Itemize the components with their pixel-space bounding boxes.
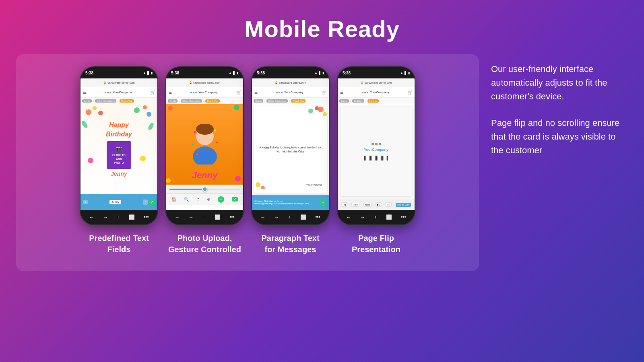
- phone-bottom-bar-3: ← → + ⬜ •••: [252, 210, 329, 224]
- photo-upload-area: Birthday: [166, 104, 243, 185]
- forward-icon-4[interactable]: →: [360, 214, 365, 220]
- menu-icon-1[interactable]: •••: [144, 214, 149, 220]
- plus-icon-1[interactable]: +: [117, 214, 120, 220]
- svg-point-2: [98, 111, 103, 115]
- photo-btn-text: CLICK TOADDPHOTO: [112, 154, 126, 165]
- app-logo-2: YourCompany: [190, 91, 217, 94]
- page-flip-display: YourCompany: [340, 107, 412, 196]
- person-photo: Jenny: [166, 104, 243, 185]
- svg-point-15: [192, 144, 194, 145]
- phone-frame-3: 5:38 ▲ ▋ ▮ 🔒 cardzware-demo.com ☰: [251, 66, 330, 225]
- breadcrumb-bar-3: Cards › Other Occasions › Thank You: [252, 98, 329, 104]
- back-icon-1[interactable]: ←: [89, 214, 94, 220]
- page-title: Mobile Ready: [244, 15, 400, 42]
- app-bar-1: ☰ YourCompany 🛒: [80, 87, 157, 98]
- url-4: 🔒 cardzware-demo.com: [360, 81, 392, 84]
- back-icon-4[interactable]: ←: [346, 214, 351, 220]
- back-icon-2[interactable]: ←: [175, 214, 180, 220]
- rotate-tool-icon[interactable]: ↺: [196, 197, 200, 202]
- breadcrumb-cards-4: Cards: [339, 99, 349, 103]
- signal-icon-2: ▋: [233, 71, 235, 75]
- phone-frame-2: 5:38 ▲ ▋ ▮ 🔒 cardzware-demo.com ☰: [165, 66, 244, 225]
- logo-dot-12: [367, 92, 368, 93]
- breadcrumb-thankyou-2: Thank You: [205, 99, 220, 103]
- floral-svg-3: [303, 106, 327, 126]
- phone-label-4: Page FlipPresentation: [352, 232, 400, 255]
- main-content: 5:38 ▲ ▋ ▮ 🔒 cardzware-demo.com: [0, 54, 644, 271]
- phone-col-1: 5:38 ▲ ▋ ▮ 🔒 cardzware-demo.com: [80, 66, 158, 255]
- logo-dot-5: [193, 92, 194, 93]
- menu-icon-2[interactable]: •••: [229, 214, 235, 220]
- logo-text-4: YourCompany: [370, 91, 389, 94]
- flip-cart-icon[interactable]: 🛒: [386, 202, 392, 207]
- tab-icon-3[interactable]: ⬜: [300, 214, 306, 220]
- tab-icon-2[interactable]: ⬜: [215, 214, 221, 220]
- slider-track[interactable]: [169, 189, 240, 190]
- name-input-1[interactable]: Jenny: [109, 200, 121, 204]
- svg-point-7: [147, 122, 155, 131]
- phone-col-4: 5:38 ▲ ▋ ▮ 🔒 cardzware-demo.com ☰: [337, 66, 415, 255]
- edit-preview-3: A Happy Birthday to Jenny,have a great d…: [254, 200, 318, 205]
- phone-status-bar-3: 5:38 ▲ ▋ ▮: [252, 67, 329, 78]
- flip-prev-icon[interactable]: |◀: [341, 202, 347, 207]
- forward-icon-2[interactable]: →: [189, 214, 194, 220]
- logo-dot-4: [190, 92, 192, 93]
- logo-dot-10: [362, 92, 363, 93]
- battery-icon-4: ▮: [408, 71, 410, 75]
- page-flip-nav: |◀ Prev Next ▶| 🛒 Add to Cart: [338, 199, 415, 210]
- phone-status-bar-2: 5:38 ▲ ▋ ▮: [166, 67, 243, 78]
- phone-label-1: Predefined Text Fields: [81, 232, 157, 255]
- signal-icon-1: ▋: [147, 71, 150, 75]
- flip-next-icon[interactable]: ▶|: [376, 202, 382, 207]
- phone-status-bar-4: 5:38 ▲ ▋ ▮: [338, 67, 415, 78]
- tab-icon-1[interactable]: ⬜: [129, 214, 135, 220]
- plus-icon-4[interactable]: +: [374, 214, 377, 220]
- breadcrumb-cards-3: Cards: [254, 99, 263, 103]
- flip-dot-1: [372, 143, 374, 145]
- phone-bottom-bar-2: ← → + ⬜ •••: [166, 210, 243, 224]
- back-icon-3[interactable]: ←: [260, 214, 265, 220]
- phone-screen-3: 🔒 cardzware-demo.com ☰ YourCompany: [252, 78, 329, 210]
- card-paper-3: A Happy Birthday to Jenny, have a great …: [254, 106, 327, 193]
- svg-point-9: [140, 156, 146, 161]
- svg-point-5: [147, 112, 151, 117]
- breadcrumb-cards-1: Cards: [82, 99, 92, 103]
- svg-point-13: [194, 131, 196, 134]
- flip-add-cart-btn[interactable]: Add to Cart: [396, 203, 411, 207]
- hb-text-line2: Birthday: [106, 130, 132, 138]
- svg-point-25: [308, 109, 313, 113]
- prev-btn-1[interactable]: ‹: [83, 200, 88, 204]
- plus-icon-3[interactable]: +: [288, 214, 291, 220]
- slider-thumb[interactable]: [202, 187, 207, 192]
- upload-tool-icon[interactable]: +: [218, 196, 224, 203]
- sidebar-text: Our user-friendly interface automaticall…: [491, 54, 628, 171]
- forward-icon-3[interactable]: →: [275, 214, 279, 220]
- confirm-btn-3[interactable]: ✓: [320, 200, 326, 205]
- flip-next-btn[interactable]: Next: [363, 203, 372, 207]
- confirm-btn-1[interactable]: ✓: [149, 200, 155, 205]
- menu-icon-4[interactable]: •••: [401, 214, 406, 220]
- plus-icon-2[interactable]: +: [202, 214, 205, 220]
- forward-icon-1[interactable]: →: [103, 214, 108, 220]
- sidebar-paragraph-2: Page flip and no scrolling ensure that t…: [491, 116, 620, 157]
- confirm-tool-btn[interactable]: ✓: [232, 197, 238, 202]
- svg-point-26: [256, 182, 260, 187]
- logo-dot-9: [281, 92, 283, 93]
- photo-add-btn-1[interactable]: 📷 CLICK TOADDPHOTO: [107, 141, 131, 169]
- menu-icon-3[interactable]: •••: [315, 214, 320, 220]
- crop-tool-icon[interactable]: ⊕: [207, 197, 210, 202]
- flip-prev-btn[interactable]: Prev: [351, 203, 359, 207]
- home-tool-icon[interactable]: 🏠: [171, 197, 176, 202]
- breadcrumb-cards-2: Cards: [168, 99, 178, 103]
- logo-dot-3: [109, 92, 111, 93]
- svg-point-23: [323, 112, 327, 116]
- card-nav-btns-1: ‹: [83, 200, 88, 204]
- next-btn-1[interactable]: ›: [143, 200, 148, 205]
- photo-toolbar: 🏠 🔍 ↺ ⊕ + ✓: [166, 193, 243, 205]
- url-3: 🔒 cardzware-demo.com: [275, 81, 306, 84]
- tab-icon-4[interactable]: ⬜: [386, 214, 392, 220]
- card-name-1: Jenny: [111, 171, 127, 177]
- zoom-tool-icon[interactable]: 🔍: [184, 197, 189, 202]
- battery-icon-2: ▮: [237, 71, 238, 75]
- svg-point-24: [315, 106, 319, 110]
